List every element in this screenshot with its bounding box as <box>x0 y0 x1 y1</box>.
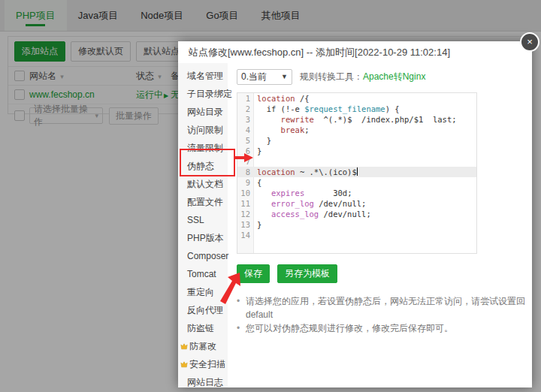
code-token: ~ .*\.(ico)$ <box>295 167 357 176</box>
code-token: /{ <box>295 94 310 103</box>
sidebar-item-label: PHP版本 <box>187 229 224 247</box>
code-token: ; <box>304 125 309 134</box>
code-token: 30d; <box>304 188 352 198</box>
sidebar-item-label: 防篡改 <box>189 337 216 355</box>
sidebar-item-16[interactable]: 安全扫描 <box>178 355 228 373</box>
line-code: error_log /dev/null; <box>253 198 366 209</box>
sidebar-item-9[interactable]: PHP版本 <box>178 229 228 247</box>
line-code: } <box>253 146 261 156</box>
code-token <box>257 115 281 124</box>
editor-line-7: 7 <box>237 156 476 167</box>
editor-line-6: 6} <box>237 146 476 156</box>
code-token: } <box>257 146 261 155</box>
sidebar-item-5[interactable]: 伪静态 <box>178 157 228 175</box>
bullet-icon: • <box>237 321 246 335</box>
sidebar-item-4[interactable]: 流量限制 <box>178 139 228 157</box>
code-token <box>257 125 281 134</box>
sidebar-item-14[interactable]: 防盗链 <box>178 319 228 337</box>
editor-line-4: 4 break; <box>237 125 476 135</box>
line-number: 3 <box>237 114 253 125</box>
note-text: 请选择您的应用，若设置伪静态后，网站无法正常访问，请尝试设置回default <box>246 294 532 321</box>
sidebar-item-label: 域名管理 <box>187 67 223 85</box>
line-number: 10 <box>237 188 253 198</box>
sidebar-item-7[interactable]: 配置文件 <box>178 193 228 211</box>
code-token: ) { <box>385 104 400 113</box>
sidebar-item-1[interactable]: 子目录绑定 <box>178 85 228 103</box>
sidebar-item-6[interactable]: 默认文档 <box>178 175 228 193</box>
save-as-template-button[interactable]: 另存为模板 <box>277 264 337 283</box>
code-token: } <box>257 136 271 145</box>
rule-select-value: 0.当前 <box>241 71 267 83</box>
converter-label: 规则转换工具： <box>300 71 363 83</box>
save-button[interactable]: 保存 <box>237 264 270 283</box>
editor-line-8: 8location ~ .*\.(ico)$ <box>237 167 476 177</box>
line-code <box>253 230 257 240</box>
rule-select[interactable]: 0.当前 ▼ <box>237 69 292 85</box>
line-number: 6 <box>237 146 253 156</box>
sidebar-item-label: 配置文件 <box>187 193 223 211</box>
sidebar-item-12[interactable]: 重定向 <box>178 283 228 301</box>
pro-crown-icon <box>180 343 188 350</box>
code-token: } <box>257 220 261 229</box>
sidebar-item-8[interactable]: SSL <box>178 211 228 229</box>
line-number: 5 <box>237 135 253 146</box>
line-code: if (!-e $request_filename) { <box>253 104 400 114</box>
editor-line-2: 2 if (!-e $request_filename) { <box>237 104 476 114</box>
line-code: location ~ .*\.(ico)$ <box>253 167 358 177</box>
apache-to-nginx-link[interactable]: Apache转Nginx <box>363 71 425 83</box>
editor-line-14: 14 <box>237 230 476 240</box>
sidebar-item-0[interactable]: 域名管理 <box>178 67 228 85</box>
modal-sidebar: 域名管理子目录绑定网站目录访问限制流量限制伪静态默认文档配置文件SSLPHP版本… <box>178 63 228 387</box>
text-cursor <box>357 167 358 176</box>
sidebar-item-label: 防盗链 <box>187 319 214 337</box>
sidebar-item-label: 伪静态 <box>187 157 214 175</box>
code-token: if (!-e <box>257 104 304 113</box>
line-code: { <box>253 177 261 188</box>
sidebar-item-3[interactable]: 访问限制 <box>178 121 228 139</box>
code-token: break <box>281 125 305 134</box>
sidebar-item-label: 安全扫描 <box>189 355 225 373</box>
sidebar-item-13[interactable]: 反向代理 <box>178 301 228 319</box>
code-token: location <box>257 94 295 103</box>
modal-body: 域名管理子目录绑定网站目录访问限制流量限制伪静态默认文档配置文件SSLPHP版本… <box>178 63 532 387</box>
code-token <box>257 199 271 208</box>
sidebar-item-label: 网站目录 <box>187 103 223 121</box>
editor-line-12: 12 access_log /dev/null; <box>237 209 476 219</box>
sidebar-item-10[interactable]: Composer <box>178 247 228 265</box>
editor-line-5: 5 } <box>237 135 476 146</box>
sidebar-item-15[interactable]: 防篡改 <box>178 337 228 355</box>
code-token: /dev/null; <box>319 210 371 219</box>
screen: PHP项目Java项目Node项目Go项目其他项目 添加站点修改默认页默认站点P… <box>0 0 541 392</box>
editor-line-9: 9{ <box>237 177 476 188</box>
code-token: error_log <box>271 199 314 208</box>
sidebar-item-label: Composer <box>187 247 228 265</box>
modal-main: 0.当前 ▼ 规则转换工具： Apache转Nginx 1location /{… <box>228 63 532 387</box>
editor-line-3: 3 rewrite ^(.*)$ /index.php/$1 last; <box>237 114 476 125</box>
sidebar-item-11[interactable]: Tomcat <box>178 265 228 283</box>
code-token: expires <box>271 188 304 198</box>
line-code <box>253 156 257 167</box>
rewrite-controls: 0.当前 ▼ 规则转换工具： Apache转Nginx <box>237 68 532 86</box>
line-code: } <box>253 219 261 230</box>
code-token: rewrite <box>281 115 314 124</box>
close-icon[interactable]: × <box>520 32 539 52</box>
rewrite-code-editor[interactable]: 1location /{2 if (!-e $request_filename)… <box>237 92 477 254</box>
code-token <box>257 188 271 198</box>
code-token: location <box>257 167 295 176</box>
sidebar-item-label: 访问限制 <box>187 121 223 139</box>
line-code: access_log /dev/null; <box>253 209 371 219</box>
sidebar-item-label: 子目录绑定 <box>187 85 232 103</box>
code-token: /dev/null; <box>314 199 367 208</box>
code-token: ^(.*)$ /index.php/$1 last; <box>314 115 457 124</box>
sidebar-item-2[interactable]: 网站目录 <box>178 103 228 121</box>
sidebar-item-label: 流量限制 <box>187 139 223 157</box>
sidebar-item-label: Tomcat <box>187 265 216 283</box>
line-number: 1 <box>237 93 253 104</box>
sidebar-item-17[interactable]: 网站日志 <box>178 373 228 391</box>
line-number: 8 <box>237 167 253 177</box>
chevron-down-icon: ▼ <box>281 73 288 80</box>
code-token: { <box>257 178 261 187</box>
line-code: rewrite ^(.*)$ /index.php/$1 last; <box>253 114 457 125</box>
line-code: break; <box>253 125 310 135</box>
editor-line-13: 13} <box>237 219 476 230</box>
